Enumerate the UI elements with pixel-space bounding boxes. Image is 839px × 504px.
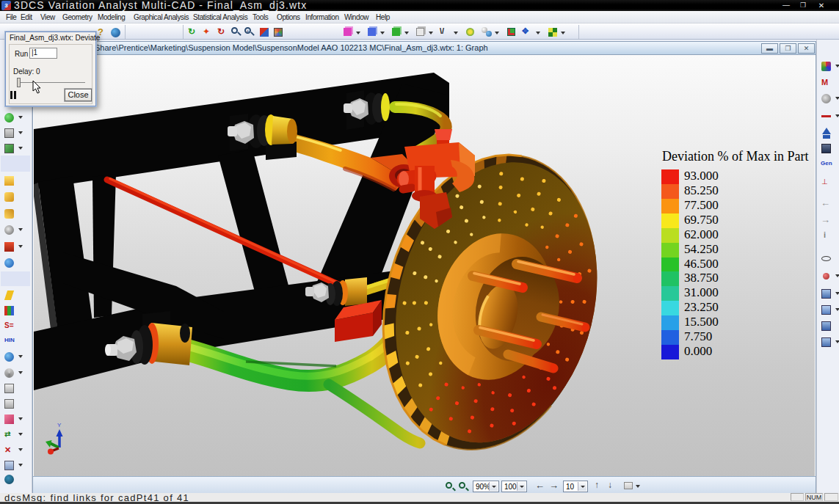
svg-text:Y: Y [57,422,62,428]
